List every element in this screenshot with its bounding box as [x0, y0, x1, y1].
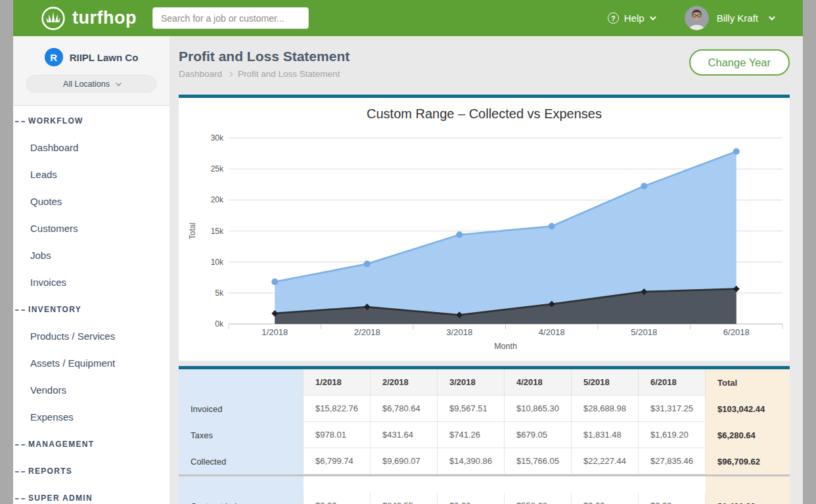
- x-tick-label: 4/2018: [539, 327, 565, 337]
- company-row: R RIIPL Lawn Co: [13, 48, 170, 66]
- window-gutter-left: [0, 0, 13, 504]
- pl-table: 1/20182/20183/20184/20185/20186/2018Tota…: [179, 369, 790, 504]
- sidebar-item-dashboard[interactable]: Dashboard: [13, 134, 170, 161]
- y-tick-label: 25k: [211, 164, 224, 173]
- main-content: Profit and Loss Statement Dashboard Prof…: [170, 36, 803, 504]
- spacer-cell: [706, 476, 790, 493]
- spacer-cell: [505, 476, 572, 493]
- column-header-2-2018: 2/2018: [371, 369, 438, 396]
- avatar[interactable]: [685, 6, 709, 30]
- y-tick-label: 5k: [215, 288, 224, 298]
- chart-card: Custom Range – Collected vs Expenses0k5k…: [179, 95, 790, 361]
- x-tick-label: 6/2018: [723, 327, 750, 337]
- user-name[interactable]: Billy Kraft: [717, 12, 758, 24]
- cell-value: $1,831.48: [572, 422, 639, 448]
- cell-value: $431.64: [371, 422, 438, 448]
- sidebar-company-panel: R RIIPL Lawn Co All Locations: [13, 36, 170, 106]
- tree-dashes-icon: [15, 121, 25, 122]
- spacer-cell: [572, 476, 639, 493]
- change-year-button[interactable]: Change Year: [689, 49, 790, 76]
- collected-point: [271, 279, 278, 285]
- app-logo[interactable]: turfhop: [41, 6, 137, 31]
- row-label: Taxes: [179, 422, 304, 448]
- cell-value: $10,865.30: [505, 396, 572, 422]
- collected-point: [549, 223, 555, 229]
- topbar-right-group: ? Help Billy Kraft: [608, 6, 803, 30]
- top-bar: turfhop ? Help Billy Kraft: [13, 0, 803, 36]
- spacer-cell: [304, 476, 371, 493]
- chevron-down-icon: [650, 14, 656, 20]
- spacer-cell: [438, 476, 505, 493]
- cell-value: $978.01: [304, 422, 371, 448]
- total-value: $6,280.64: [706, 422, 790, 448]
- cell-value: $1,619.20: [639, 422, 706, 448]
- x-axis-label: Month: [494, 342, 517, 351]
- sidebar-section-inventory[interactable]: INVENTORY: [13, 296, 170, 323]
- cell-value: $842.55: [371, 493, 438, 504]
- spacer-cell: [639, 476, 706, 493]
- avatar-image: [685, 6, 709, 30]
- sidebar-section-super-admin[interactable]: SUPER ADMIN: [13, 484, 170, 504]
- y-tick-label: 15k: [211, 227, 224, 236]
- breadcrumb-dashboard[interactable]: Dashboard: [179, 69, 222, 79]
- profit-loss-chart: Custom Range – Collected vs Expenses0k5k…: [179, 98, 790, 361]
- y-tick-label: 10k: [211, 258, 224, 267]
- turfhop-grass-icon: [41, 6, 66, 31]
- cell-value: $27,835.46: [639, 448, 706, 474]
- cell-value: $0.00: [304, 493, 371, 504]
- cell-value: $9,567.51: [438, 396, 505, 422]
- sidebar-item-vendors[interactable]: Vendors: [13, 377, 170, 403]
- row-label: Invoiced: [179, 396, 304, 422]
- breadcrumb: Dashboard Profit and Loss Statement: [179, 69, 340, 79]
- cell-value: $9,690.07: [371, 448, 438, 474]
- sidebar-item-leads[interactable]: Leads: [13, 161, 170, 188]
- y-tick-label: 0k: [215, 319, 224, 329]
- search-input[interactable]: [152, 7, 309, 29]
- collected-point: [364, 261, 371, 267]
- collected-point: [456, 231, 463, 238]
- help-icon: ?: [608, 12, 619, 24]
- sidebar-item-invoices[interactable]: Invoices: [13, 269, 170, 296]
- location-selector-label: All Locations: [63, 80, 110, 89]
- cell-value: $6,799.74: [304, 448, 371, 474]
- total-value: $103,042.44: [706, 396, 790, 422]
- cell-value: $741.26: [438, 422, 505, 448]
- table-row-invoiced: Invoiced$15,822.76$6,780.64$9,567.51$10,…: [179, 396, 790, 422]
- location-selector[interactable]: All Locations: [26, 75, 156, 93]
- user-menu-chevron-icon[interactable]: [769, 14, 775, 20]
- breadcrumb-current: Profit and Loss Statement: [238, 69, 340, 79]
- cell-value: $31,317.25: [639, 396, 706, 422]
- x-tick-label: 3/2018: [446, 327, 472, 337]
- sidebar-section-management[interactable]: MANAGEMENT: [13, 430, 170, 457]
- cell-value: $0.00: [639, 493, 706, 504]
- cell-value: $558.68: [505, 493, 572, 504]
- help-menu[interactable]: ? Help: [608, 12, 654, 24]
- pl-table-card: 1/20182/20183/20184/20185/20186/2018Tota…: [179, 366, 790, 504]
- cell-value: $6,780.64: [371, 396, 438, 422]
- column-header-5-2018: 5/2018: [572, 369, 639, 396]
- column-header-6-2018: 6/2018: [639, 369, 706, 396]
- cell-value: $15,766.05: [505, 448, 572, 474]
- sidebar-section-workflow[interactable]: WORKFLOW: [13, 107, 170, 134]
- sidebar-item-customers[interactable]: Customers: [13, 215, 170, 242]
- tree-dashes-icon: [15, 471, 25, 472]
- column-header-1-2018: 1/2018: [304, 369, 371, 396]
- column-header-total: Total: [706, 369, 790, 396]
- cell-value: $0.00: [572, 493, 639, 504]
- brand-wordmark: turfhop: [72, 8, 137, 28]
- sidebar-section-reports[interactable]: REPORTS: [13, 457, 170, 484]
- sidebar-item-quotes[interactable]: Quotes: [13, 188, 170, 215]
- column-header-3-2018: 3/2018: [438, 369, 505, 396]
- collected-point: [733, 148, 740, 154]
- tree-dashes-icon: [15, 498, 25, 499]
- sidebar-item-assets-equipment[interactable]: Assets / Equipment: [13, 350, 170, 377]
- company-name: RIIPL Lawn Co: [70, 52, 139, 63]
- table-row-collected: Collected$6,799.74$9,690.07$14,390.86$15…: [179, 448, 790, 474]
- sidebar-item-expenses[interactable]: Expenses: [13, 403, 170, 430]
- window-gutter-right: [803, 0, 816, 504]
- sidebar-nav: WORKFLOWDashboardLeadsQuotesCustomersJob…: [13, 106, 170, 504]
- sidebar-item-products-services[interactable]: Products / Services: [13, 323, 170, 350]
- y-axis-label: Total: [188, 223, 197, 239]
- column-header-4-2018: 4/2018: [505, 369, 572, 396]
- sidebar-item-jobs[interactable]: Jobs: [13, 242, 170, 269]
